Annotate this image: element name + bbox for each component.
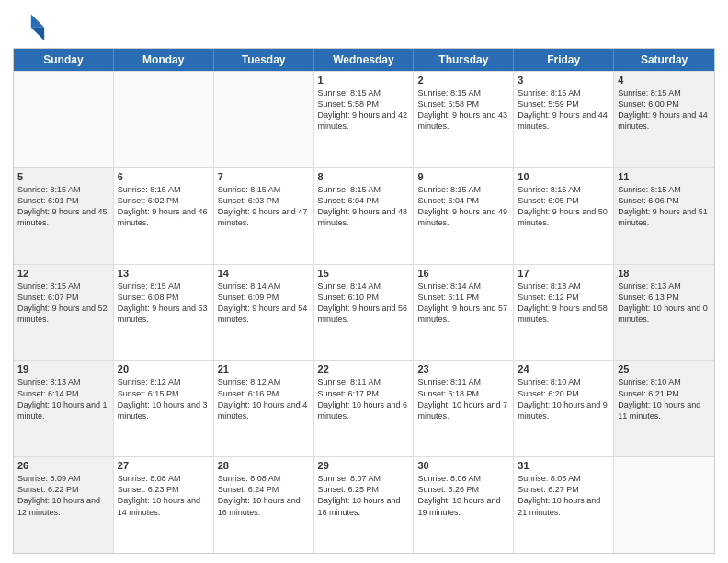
day-number: 1 (318, 75, 410, 86)
cell-info: Sunrise: 8:15 AM Sunset: 6:06 PM Dayligh… (618, 185, 708, 227)
cell-info: Sunrise: 8:15 AM Sunset: 5:59 PM Dayligh… (518, 88, 608, 131)
day-number: 26 (17, 460, 109, 471)
calendar-cell: 7Sunrise: 8:15 AM Sunset: 6:03 PM Daylig… (214, 168, 314, 264)
logo (13, 9, 50, 42)
day-number: 15 (318, 268, 410, 279)
cell-info: Sunrise: 8:15 AM Sunset: 5:58 PM Dayligh… (417, 88, 507, 131)
day-number: 9 (417, 171, 509, 182)
calendar-cell: 31Sunrise: 8:05 AM Sunset: 6:27 PM Dayli… (514, 457, 614, 553)
calendar-cell: 6Sunrise: 8:15 AM Sunset: 6:02 PM Daylig… (114, 168, 214, 264)
calendar-row-1: 1Sunrise: 8:15 AM Sunset: 5:58 PM Daylig… (14, 71, 714, 167)
day-number: 17 (518, 268, 609, 279)
cell-info: Sunrise: 8:13 AM Sunset: 6:12 PM Dayligh… (518, 282, 608, 324)
header (13, 9, 715, 42)
day-number: 4 (618, 75, 711, 86)
cell-info: Sunrise: 8:14 AM Sunset: 6:09 PM Dayligh… (218, 282, 308, 324)
day-number: 16 (417, 268, 509, 279)
svg-marker-0 (31, 14, 44, 27)
calendar-cell: 22Sunrise: 8:11 AM Sunset: 6:17 PM Dayli… (314, 361, 415, 456)
day-header-friday: Friday (514, 49, 614, 71)
cell-info: Sunrise: 8:06 AM Sunset: 6:26 PM Dayligh… (417, 474, 500, 516)
calendar-cell: 28Sunrise: 8:08 AM Sunset: 6:24 PM Dayli… (214, 457, 314, 553)
cell-info: Sunrise: 8:15 AM Sunset: 6:08 PM Dayligh… (118, 282, 208, 324)
cell-info: Sunrise: 8:10 AM Sunset: 6:20 PM Dayligh… (518, 377, 608, 419)
calendar: SundayMondayTuesdayWednesdayThursdayFrid… (13, 48, 715, 554)
calendar-cell: 15Sunrise: 8:14 AM Sunset: 6:10 PM Dayli… (314, 265, 415, 361)
day-header-tuesday: Tuesday (214, 49, 314, 71)
calendar-cell: 13Sunrise: 8:15 AM Sunset: 6:08 PM Dayli… (114, 265, 214, 361)
calendar-cell: 2Sunrise: 8:15 AM Sunset: 5:58 PM Daylig… (414, 72, 514, 167)
calendar-cell: 30Sunrise: 8:06 AM Sunset: 6:26 PM Dayli… (414, 457, 514, 553)
calendar-cell: 21Sunrise: 8:12 AM Sunset: 6:16 PM Dayli… (214, 361, 314, 456)
calendar-row-2: 5Sunrise: 8:15 AM Sunset: 6:01 PM Daylig… (14, 167, 714, 264)
cell-info: Sunrise: 8:15 AM Sunset: 6:05 PM Dayligh… (518, 185, 608, 227)
cell-info: Sunrise: 8:15 AM Sunset: 5:58 PM Dayligh… (318, 88, 408, 131)
calendar-cell (14, 72, 114, 167)
calendar-cell: 25Sunrise: 8:10 AM Sunset: 6:21 PM Dayli… (614, 361, 714, 456)
day-number: 31 (518, 460, 609, 471)
cell-info: Sunrise: 8:15 AM Sunset: 6:07 PM Dayligh… (17, 282, 108, 324)
cell-info: Sunrise: 8:12 AM Sunset: 6:16 PM Dayligh… (218, 377, 308, 419)
day-number: 23 (417, 363, 509, 374)
cell-info: Sunrise: 8:15 AM Sunset: 6:01 PM Dayligh… (17, 185, 108, 227)
calendar-cell: 5Sunrise: 8:15 AM Sunset: 6:01 PM Daylig… (14, 168, 114, 264)
cell-info: Sunrise: 8:15 AM Sunset: 6:04 PM Dayligh… (417, 185, 507, 227)
calendar-row-4: 19Sunrise: 8:13 AM Sunset: 6:14 PM Dayli… (14, 360, 714, 456)
calendar-body: 1Sunrise: 8:15 AM Sunset: 5:58 PM Daylig… (14, 71, 714, 553)
calendar-cell: 23Sunrise: 8:11 AM Sunset: 6:18 PM Dayli… (414, 361, 514, 456)
calendar-cell (614, 457, 714, 553)
day-number: 24 (518, 363, 609, 374)
day-number: 3 (518, 75, 609, 86)
calendar-row-5: 26Sunrise: 8:09 AM Sunset: 6:22 PM Dayli… (14, 456, 714, 553)
cell-info: Sunrise: 8:08 AM Sunset: 6:23 PM Dayligh… (118, 474, 200, 516)
day-number: 8 (318, 171, 410, 182)
calendar-cell: 12Sunrise: 8:15 AM Sunset: 6:07 PM Dayli… (14, 265, 114, 361)
day-number: 6 (118, 171, 210, 182)
cell-info: Sunrise: 8:14 AM Sunset: 6:11 PM Dayligh… (417, 282, 507, 324)
calendar-cell: 14Sunrise: 8:14 AM Sunset: 6:09 PM Dayli… (214, 265, 314, 361)
day-number: 25 (618, 363, 711, 374)
day-number: 13 (118, 268, 210, 279)
day-header-thursday: Thursday (414, 49, 514, 71)
cell-info: Sunrise: 8:13 AM Sunset: 6:14 PM Dayligh… (17, 377, 108, 419)
day-number: 28 (218, 460, 310, 471)
calendar-cell: 26Sunrise: 8:09 AM Sunset: 6:22 PM Dayli… (14, 457, 114, 553)
day-number: 29 (318, 460, 410, 471)
day-header-saturday: Saturday (614, 49, 714, 71)
cell-info: Sunrise: 8:12 AM Sunset: 6:15 PM Dayligh… (118, 377, 208, 419)
day-number: 10 (518, 171, 609, 182)
logo-icon (13, 9, 46, 42)
calendar-cell (114, 72, 214, 167)
cell-info: Sunrise: 8:07 AM Sunset: 6:25 PM Dayligh… (318, 474, 401, 516)
cell-info: Sunrise: 8:15 AM Sunset: 6:04 PM Dayligh… (318, 185, 408, 227)
cell-info: Sunrise: 8:11 AM Sunset: 6:18 PM Dayligh… (417, 377, 507, 419)
day-number: 7 (218, 171, 310, 182)
cell-info: Sunrise: 8:10 AM Sunset: 6:21 PM Dayligh… (618, 377, 700, 419)
day-number: 18 (618, 268, 711, 279)
day-number: 5 (17, 171, 109, 182)
cell-info: Sunrise: 8:15 AM Sunset: 6:02 PM Dayligh… (118, 185, 208, 227)
calendar-cell: 27Sunrise: 8:08 AM Sunset: 6:23 PM Dayli… (114, 457, 214, 553)
day-number: 20 (118, 363, 210, 374)
calendar-cell: 8Sunrise: 8:15 AM Sunset: 6:04 PM Daylig… (314, 168, 415, 264)
calendar-cell: 24Sunrise: 8:10 AM Sunset: 6:20 PM Dayli… (514, 361, 614, 456)
day-number: 21 (218, 363, 310, 374)
calendar-cell: 19Sunrise: 8:13 AM Sunset: 6:14 PM Dayli… (14, 361, 114, 456)
day-header-monday: Monday (114, 49, 214, 71)
day-number: 11 (618, 171, 711, 182)
calendar-cell: 4Sunrise: 8:15 AM Sunset: 6:00 PM Daylig… (614, 72, 714, 167)
day-header-sunday: Sunday (14, 49, 114, 71)
day-number: 2 (417, 75, 509, 86)
calendar-cell: 17Sunrise: 8:13 AM Sunset: 6:12 PM Dayli… (514, 265, 614, 361)
calendar-header: SundayMondayTuesdayWednesdayThursdayFrid… (14, 49, 714, 71)
calendar-cell (214, 72, 314, 167)
calendar-cell: 16Sunrise: 8:14 AM Sunset: 6:11 PM Dayli… (414, 265, 514, 361)
day-number: 27 (118, 460, 210, 471)
cell-info: Sunrise: 8:14 AM Sunset: 6:10 PM Dayligh… (318, 282, 408, 324)
calendar-cell: 11Sunrise: 8:15 AM Sunset: 6:06 PM Dayli… (614, 168, 714, 264)
day-header-wednesday: Wednesday (314, 49, 415, 71)
day-number: 19 (17, 363, 109, 374)
calendar-cell: 1Sunrise: 8:15 AM Sunset: 5:58 PM Daylig… (314, 72, 415, 167)
cell-info: Sunrise: 8:15 AM Sunset: 6:03 PM Dayligh… (218, 185, 308, 227)
calendar-cell: 20Sunrise: 8:12 AM Sunset: 6:15 PM Dayli… (114, 361, 214, 456)
